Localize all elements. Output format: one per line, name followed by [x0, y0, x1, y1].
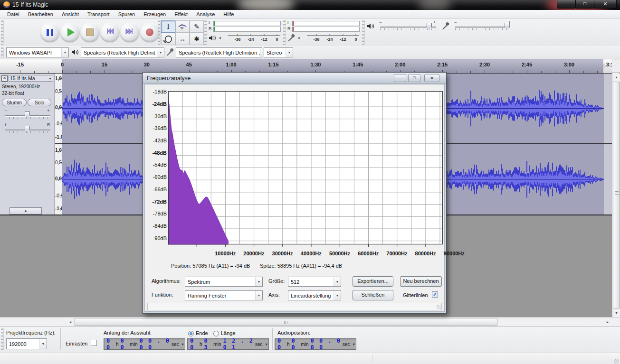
close-button[interactable]: Schließen: [353, 290, 393, 300]
mute-button[interactable]: Stumm: [2, 99, 27, 106]
menu-effekt[interactable]: Effekt: [170, 10, 192, 18]
dialog-close-x-button[interactable]: ✕: [424, 74, 439, 82]
skip-start-button[interactable]: [100, 23, 119, 42]
resize-grip[interactable]: [437, 305, 441, 309]
vertical-scrollbar[interactable]: ▲ ▼: [612, 74, 620, 317]
track-close-button[interactable]: ✕: [1, 75, 8, 82]
track-title-menu[interactable]: 15-If Its Ma ▼: [9, 75, 53, 82]
window-close-button[interactable]: ✕: [594, 0, 617, 9]
scroll-up-arrow[interactable]: ▲: [613, 74, 620, 81]
record-button[interactable]: [140, 23, 159, 42]
meter-scale-number: -12: [340, 37, 346, 42]
scroll-down-arrow[interactable]: ▼: [613, 309, 620, 317]
dialog-title-bar[interactable]: Frequenzanalyse — □ ✕: [143, 73, 446, 84]
horizontal-scroll-thumb[interactable]: [75, 318, 497, 326]
scroll-left-arrow[interactable]: ◄: [67, 318, 74, 326]
toolbar-grip[interactable]: [1, 20, 3, 45]
input-volume-slider[interactable]: [455, 27, 510, 28]
play-button[interactable]: [60, 23, 79, 42]
stop-button[interactable]: [80, 23, 99, 42]
scroll-right-arrow[interactable]: ►: [604, 318, 611, 326]
pause-button[interactable]: [40, 23, 59, 42]
audio-host-select[interactable]: Windows WASAPI▼: [6, 47, 69, 57]
dialog-minimize-button[interactable]: —: [394, 74, 406, 82]
chevron-down-icon[interactable]: ▼: [352, 343, 356, 346]
window-restore-button[interactable]: □: [575, 0, 594, 9]
vertical-scroll-thumb[interactable]: [613, 82, 620, 308]
hours-value[interactable]: 0 0: [277, 337, 286, 351]
algorithm-select[interactable]: Spektrum▼: [185, 277, 263, 287]
envelope-tool-button[interactable]: [175, 20, 190, 33]
timeline-ruler[interactable]: -1501530451:001:151:301:452:002:152:302:…: [0, 59, 612, 74]
toolbar-grip[interactable]: [204, 20, 207, 45]
hours-value[interactable]: 0 0: [106, 337, 115, 351]
minutes-value[interactable]: 0 3: [204, 337, 212, 351]
recording-device-select[interactable]: Speakers (Realtek High Definition ,▼: [176, 47, 262, 57]
seconds-value[interactable]: 1 2 . 2 0 1: [223, 337, 254, 351]
freq-axis-label: 20000Hz: [243, 251, 264, 256]
axis-select[interactable]: Lineardarstellung▼: [288, 290, 341, 300]
toolbar-grip[interactable]: [283, 20, 286, 45]
end-radio[interactable]: [188, 331, 194, 336]
selection-end-field[interactable]: 0 0h 0 3min 1 2 . 2 0 1sec ▼: [187, 338, 269, 350]
toolbar-grip[interactable]: [158, 20, 160, 45]
menu-spuren[interactable]: Spuren: [114, 10, 139, 18]
dialog-maximize-button[interactable]: □: [408, 74, 420, 82]
seconds-value[interactable]: 0 0 . 0 0 0: [310, 337, 342, 351]
solo-button[interactable]: Solo: [28, 99, 51, 106]
seconds-value[interactable]: 0 0 . 0 0 0: [139, 337, 171, 351]
vertical-ruler-left[interactable]: 1,00,50,0-0,5-1,0: [55, 74, 62, 143]
menu-bearbeiten[interactable]: Bearbeiten: [24, 10, 57, 18]
ruler-label: 1:45: [353, 62, 363, 67]
recalculate-button[interactable]: Neu berechnen: [400, 276, 442, 287]
function-select[interactable]: Hanning Fenster▼: [185, 290, 263, 300]
amplitude-tick: [60, 78, 62, 79]
audacity-window: 15-If Its Magic — □ ✕ DateiBearbeitenAns…: [0, 0, 620, 364]
chevron-down-icon[interactable]: ▼: [181, 343, 185, 346]
gridlines-checkbox[interactable]: ✓: [432, 291, 438, 298]
chevron-down-icon[interactable]: ▼: [265, 343, 268, 346]
timeshift-tool-button[interactable]: ↔: [175, 33, 190, 45]
recording-channels-select[interactable]: Stereo▼: [264, 47, 293, 57]
db-axis-label: -36dB: [148, 125, 167, 131]
menu-hilfe[interactable]: Hilfe: [219, 10, 238, 18]
project-rate-select[interactable]: 192000▼: [6, 338, 47, 349]
selection-tool-button[interactable]: I: [161, 20, 175, 33]
resize-grip[interactable]: [614, 359, 619, 364]
selection-start-field[interactable]: 0 0h 0 0min 0 0 . 0 0 0sec ▼: [104, 338, 185, 350]
audio-position-field[interactable]: 0 0h 0 0min 0 0 . 0 0 0sec ▼: [275, 338, 356, 350]
skip-end-button[interactable]: [120, 23, 139, 42]
track-collapse-button[interactable]: ▲: [10, 207, 42, 215]
multi-tool-button[interactable]: ✱: [190, 33, 204, 45]
playback-device-select[interactable]: Speakers (Realtek High Definit▼: [81, 47, 164, 57]
menu-datei[interactable]: Datei: [3, 10, 24, 18]
length-radio[interactable]: [213, 331, 219, 336]
size-select[interactable]: 512▼: [288, 277, 341, 287]
menu-erzeugen[interactable]: Erzeugen: [139, 10, 170, 18]
menu-analyse[interactable]: Analyse: [192, 10, 219, 18]
selection-end-pointer: [603, 64, 607, 69]
menu-transport[interactable]: Transport: [83, 10, 114, 18]
snap-to-checkbox[interactable]: [91, 340, 97, 346]
audio-position-label: Audioposition:: [277, 330, 310, 336]
ruler-label: 2:15: [437, 62, 448, 67]
recording-meter[interactable]: L R ▼ -36-24-120: [286, 20, 361, 45]
minutes-value[interactable]: 0 0: [291, 337, 300, 351]
menu-ansicht[interactable]: Ansicht: [57, 10, 83, 18]
hours-value[interactable]: 0 0: [190, 337, 199, 351]
toolbar-grip[interactable]: [1, 328, 3, 351]
toolbar-grip[interactable]: [362, 20, 364, 45]
pan-right-label: R: [47, 122, 50, 127]
export-button[interactable]: Exportieren...: [353, 276, 393, 287]
db-axis-label: -60dB: [148, 174, 167, 180]
window-minimize-button[interactable]: —: [557, 0, 576, 9]
vertical-ruler-right[interactable]: 1,00,50,0-0,5-1,0: [55, 144, 62, 215]
spectrum-plot[interactable]: [168, 91, 444, 248]
title-bar[interactable]: 15-If Its Magic — □ ✕: [0, 0, 620, 10]
db-axis-label: -84dB: [148, 223, 167, 229]
toolbar-grip[interactable]: [1, 47, 3, 58]
minutes-value[interactable]: 0 0: [120, 337, 129, 351]
zoom-tool-button[interactable]: [161, 33, 175, 45]
draw-tool-button[interactable]: ✎: [190, 20, 204, 33]
playback-meter[interactable]: L R ▼ -36-24-120: [207, 20, 282, 45]
